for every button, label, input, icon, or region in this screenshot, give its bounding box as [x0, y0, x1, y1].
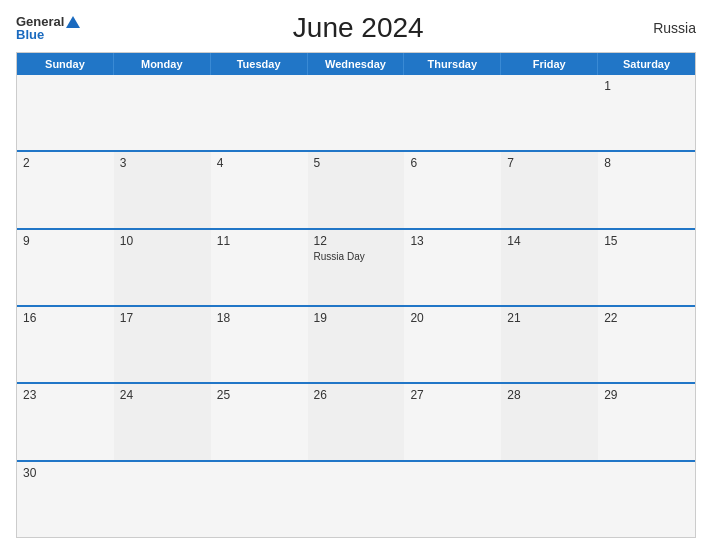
header-cell-sunday: Sunday: [17, 53, 114, 75]
cal-cell: 4: [211, 152, 308, 227]
cal-cell: [404, 75, 501, 150]
day-number: 14: [507, 234, 592, 248]
calendar-body: 123456789101112Russia Day131415161718192…: [17, 75, 695, 537]
cal-cell: [114, 462, 211, 537]
day-number: 2: [23, 156, 108, 170]
cal-cell: 28: [501, 384, 598, 459]
cal-cell: 1: [598, 75, 695, 150]
cal-cell: 30: [17, 462, 114, 537]
calendar-week-1: 2345678: [17, 150, 695, 227]
day-number: 25: [217, 388, 302, 402]
cal-cell: [211, 75, 308, 150]
cal-cell: 12Russia Day: [308, 230, 405, 305]
cal-cell: 14: [501, 230, 598, 305]
cal-cell: 6: [404, 152, 501, 227]
day-number: 9: [23, 234, 108, 248]
calendar-week-2: 9101112Russia Day131415: [17, 228, 695, 305]
calendar-week-5: 30: [17, 460, 695, 537]
cal-cell: 7: [501, 152, 598, 227]
cal-cell: 29: [598, 384, 695, 459]
day-number: 19: [314, 311, 399, 325]
cal-cell: [501, 462, 598, 537]
day-event: Russia Day: [314, 250, 399, 263]
day-number: 13: [410, 234, 495, 248]
day-number: 12: [314, 234, 399, 248]
cal-cell: [598, 462, 695, 537]
day-number: 6: [410, 156, 495, 170]
day-number: 11: [217, 234, 302, 248]
cal-cell: [211, 462, 308, 537]
day-number: 18: [217, 311, 302, 325]
cal-cell: 17: [114, 307, 211, 382]
day-number: 29: [604, 388, 689, 402]
cal-cell: [404, 462, 501, 537]
day-number: 3: [120, 156, 205, 170]
day-number: 23: [23, 388, 108, 402]
cal-cell: 25: [211, 384, 308, 459]
day-number: 20: [410, 311, 495, 325]
header-cell-friday: Friday: [501, 53, 598, 75]
day-number: 1: [604, 79, 689, 93]
day-number: 10: [120, 234, 205, 248]
day-number: 24: [120, 388, 205, 402]
cal-cell: 20: [404, 307, 501, 382]
cal-cell: 22: [598, 307, 695, 382]
day-number: 27: [410, 388, 495, 402]
cal-cell: 11: [211, 230, 308, 305]
page-header: General Blue June 2024 Russia: [16, 12, 696, 44]
calendar-week-0: 1: [17, 75, 695, 150]
cal-cell: 27: [404, 384, 501, 459]
cal-cell: [308, 462, 405, 537]
header-cell-monday: Monday: [114, 53, 211, 75]
logo-blue-text: Blue: [16, 28, 80, 41]
cal-cell: [17, 75, 114, 150]
country-label: Russia: [636, 20, 696, 36]
logo: General Blue: [16, 15, 80, 41]
cal-cell: 18: [211, 307, 308, 382]
cal-cell: 26: [308, 384, 405, 459]
day-number: 15: [604, 234, 689, 248]
cal-cell: 23: [17, 384, 114, 459]
day-number: 17: [120, 311, 205, 325]
cal-cell: [114, 75, 211, 150]
day-number: 5: [314, 156, 399, 170]
cal-cell: 24: [114, 384, 211, 459]
cal-cell: 19: [308, 307, 405, 382]
cal-cell: 15: [598, 230, 695, 305]
calendar-week-3: 16171819202122: [17, 305, 695, 382]
calendar-header-row: SundayMondayTuesdayWednesdayThursdayFrid…: [17, 53, 695, 75]
day-number: 7: [507, 156, 592, 170]
day-number: 16: [23, 311, 108, 325]
cal-cell: 10: [114, 230, 211, 305]
header-cell-tuesday: Tuesday: [211, 53, 308, 75]
day-number: 28: [507, 388, 592, 402]
cal-cell: 9: [17, 230, 114, 305]
cal-cell: 2: [17, 152, 114, 227]
cal-cell: 21: [501, 307, 598, 382]
cal-cell: 13: [404, 230, 501, 305]
cal-cell: 16: [17, 307, 114, 382]
calendar-page: General Blue June 2024 Russia SundayMond…: [0, 0, 712, 550]
cal-cell: 8: [598, 152, 695, 227]
day-number: 8: [604, 156, 689, 170]
calendar-grid: SundayMondayTuesdayWednesdayThursdayFrid…: [16, 52, 696, 538]
calendar-title: June 2024: [80, 12, 636, 44]
day-number: 26: [314, 388, 399, 402]
day-number: 21: [507, 311, 592, 325]
header-cell-saturday: Saturday: [598, 53, 695, 75]
cal-cell: 3: [114, 152, 211, 227]
day-number: 30: [23, 466, 108, 480]
calendar-week-4: 23242526272829: [17, 382, 695, 459]
header-cell-wednesday: Wednesday: [308, 53, 405, 75]
cal-cell: [308, 75, 405, 150]
day-number: 4: [217, 156, 302, 170]
day-number: 22: [604, 311, 689, 325]
cal-cell: [501, 75, 598, 150]
header-cell-thursday: Thursday: [404, 53, 501, 75]
logo-triangle-icon: [66, 16, 80, 28]
cal-cell: 5: [308, 152, 405, 227]
